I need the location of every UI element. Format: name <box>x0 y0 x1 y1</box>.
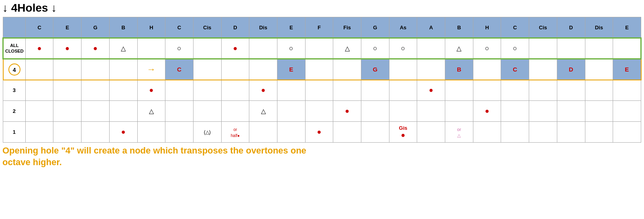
note-C: C <box>177 66 181 73</box>
cell-r3-5: ● <box>137 80 165 101</box>
note-C2: C <box>513 66 517 73</box>
symbol-filled: ● <box>345 107 349 115</box>
symbol-filled: ● <box>65 44 69 52</box>
cell-r1-15 <box>417 122 445 143</box>
header-C1: C <box>25 17 53 38</box>
cell-r1-20 <box>557 122 585 143</box>
cell-r1-14: Gis● <box>389 122 417 143</box>
cell-r2-7 <box>193 101 221 122</box>
header-A: A <box>417 17 445 38</box>
cell-r4-13 <box>389 59 417 80</box>
symbol-open: ○ <box>401 44 406 52</box>
cell-r4-7 <box>221 59 249 80</box>
cell-r1-12 <box>333 122 361 143</box>
cell-ac-9 <box>249 38 277 59</box>
cell-r4-3 <box>82 59 110 80</box>
cell-r4-8 <box>249 59 277 80</box>
cell-r2-10 <box>277 101 305 122</box>
cell-r3-1 <box>25 80 53 101</box>
symbol-or-half: orhalf● <box>231 127 240 138</box>
header-D2: D <box>557 17 585 38</box>
header-Cis2: Cis <box>529 17 557 38</box>
page-wrapper: ↓ 4Holes ↓ <box>0 0 644 170</box>
cell-r4-16 <box>473 59 501 80</box>
header-As: As <box>389 17 417 38</box>
cell-r2-14 <box>389 101 417 122</box>
cell-r3-22 <box>613 80 641 101</box>
cell-ac-8: ● <box>221 38 249 59</box>
cell-ac-1: ● <box>25 38 53 59</box>
cell-ac-14: ○ <box>389 38 417 59</box>
header-label-col <box>3 17 26 38</box>
symbol-filled: ● <box>233 44 237 52</box>
header-row: C E G B H C Cis D Dis E F Fis G As A B H… <box>3 17 641 38</box>
cell-ac-5 <box>137 38 165 59</box>
header-G1: G <box>82 17 110 38</box>
cell-r4-4 <box>109 59 137 80</box>
page-title: ↓ 4Holes ↓ <box>2 2 642 14</box>
symbol-filled: ● <box>93 44 98 52</box>
cell-r3-4 <box>109 80 137 101</box>
cell-r2-11 <box>305 101 333 122</box>
cell-ac-4: △ <box>109 38 137 59</box>
cell-r3-21 <box>585 80 613 101</box>
row-2: 2 △ △ ● ● <box>3 101 641 122</box>
label-row1: 1 <box>3 122 26 143</box>
cell-r1-22 <box>613 122 641 143</box>
cell-r4-10 <box>305 59 333 80</box>
cell-r3-7 <box>193 80 221 101</box>
row-all-closed: ALLCLOSED ● ● ● △ ○ ● ○ △ ○ ○ △ ○ ○ <box>3 38 641 59</box>
row-3: 3 ● ● ● <box>3 80 641 101</box>
caption-line1: Opening hole "4" will create a node whic… <box>2 145 306 156</box>
header-F: F <box>305 17 333 38</box>
cell-ac-16: △ <box>445 38 473 59</box>
cell-r2-22 <box>613 101 641 122</box>
symbol-filled: ● <box>317 128 322 136</box>
header-H1: H <box>137 17 165 38</box>
cell-r2-9: △ <box>249 101 277 122</box>
note-E: E <box>289 66 293 73</box>
cell-r3-13 <box>361 80 389 101</box>
cell-r4-C: C <box>165 59 194 80</box>
header-H2: H <box>473 17 501 38</box>
cell-r2-18 <box>501 101 529 122</box>
label-row3: 3 <box>3 80 26 101</box>
cell-r2-15 <box>417 101 445 122</box>
cell-r4-arrow: → <box>137 59 165 80</box>
cell-r2-1 <box>25 101 53 122</box>
cell-r3-8 <box>221 80 249 101</box>
symbol-filled: ● <box>37 44 42 52</box>
cell-ac-21 <box>585 38 613 59</box>
cell-r4-11 <box>333 59 361 80</box>
header-Dis1: Dis <box>249 17 277 38</box>
cell-r2-8 <box>221 101 249 122</box>
cell-r1-9 <box>249 122 277 143</box>
cell-r1-21 <box>585 122 613 143</box>
row-4: 4 → C E G B C D <box>3 59 641 80</box>
cell-r1-10 <box>277 122 305 143</box>
note-E2: E <box>625 66 629 73</box>
cell-r1-5 <box>137 122 165 143</box>
cell-ac-6: ○ <box>165 38 194 59</box>
cell-r1-19 <box>529 122 557 143</box>
cell-r1-13 <box>361 122 389 143</box>
header-Cis: Cis <box>193 17 221 38</box>
cell-r3-17 <box>473 80 501 101</box>
cell-r1-8: orhalf● <box>221 122 249 143</box>
symbol-open: ○ <box>513 44 517 52</box>
cell-r2-21 <box>585 101 613 122</box>
cell-r3-20 <box>557 80 585 101</box>
cell-r1-4: ● <box>109 122 137 143</box>
cell-r2-2 <box>53 101 82 122</box>
cell-r4-E2: E <box>613 59 641 80</box>
label-all-closed: ALLCLOSED <box>3 38 26 59</box>
header-B1: B <box>109 17 137 38</box>
cell-ac-15 <box>417 38 445 59</box>
header-D1: D <box>221 17 249 38</box>
row4-label-circle: 4 <box>8 63 20 76</box>
symbol-or-tri-pink: or△ <box>457 127 461 138</box>
cell-r4-18 <box>529 59 557 80</box>
cell-r1-6 <box>165 122 194 143</box>
cell-r2-17: ● <box>473 101 501 122</box>
cell-r1-18 <box>501 122 529 143</box>
